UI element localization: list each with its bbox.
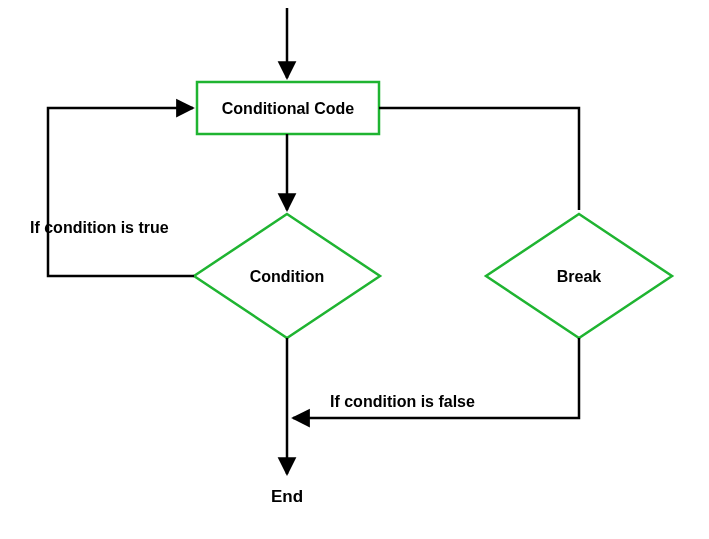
edge-rect-to-break — [379, 108, 579, 210]
flowchart-diagram: Conditional Code Condition Break If cond… — [0, 0, 709, 539]
node-conditional-code-label: Conditional Code — [222, 100, 355, 117]
node-end-label: End — [271, 487, 303, 506]
label-condition-false: If condition is false — [330, 393, 475, 410]
edge-condition-true-loop — [48, 108, 194, 276]
node-condition-label: Condition — [250, 268, 325, 285]
label-condition-true: If condition is true — [30, 219, 169, 236]
node-break-label: Break — [557, 268, 602, 285]
